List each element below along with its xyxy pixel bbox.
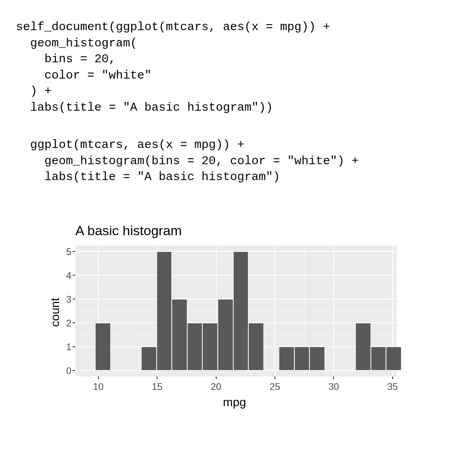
histogram-bar <box>233 251 249 370</box>
x-tick-label: 10 <box>93 381 104 392</box>
histogram-bar <box>371 347 386 370</box>
x-axis-ticks: 101520253035 <box>75 381 397 393</box>
histogram-bar <box>172 299 187 370</box>
histogram-bar <box>95 323 111 370</box>
histogram-bar <box>141 347 157 370</box>
histogram-bar <box>279 347 294 370</box>
x-tick-label: 25 <box>270 381 280 392</box>
code-block-2: ggplot(mtcars, aes(x = mpg)) + geom_hist… <box>16 137 359 185</box>
y-axis-tick-marks <box>73 246 75 376</box>
x-axis-tick-marks <box>75 376 397 379</box>
chart: A basic histogram 012345 101520253035 co… <box>28 223 409 424</box>
histogram-bar <box>355 323 371 370</box>
chart-box: 012345 101520253035 count mpg <box>28 242 409 424</box>
y-tick-label: 5 <box>56 246 71 257</box>
y-tick-label: 0 <box>56 365 71 376</box>
y-tick-label: 4 <box>56 270 71 281</box>
histogram-bar <box>309 347 325 370</box>
histogram-bar <box>386 347 401 370</box>
x-tick-label: 35 <box>387 381 398 392</box>
x-tick-label: 20 <box>211 381 221 392</box>
histogram-bar <box>157 251 172 370</box>
histogram-bar <box>187 323 203 370</box>
y-tick-label: 1 <box>56 342 71 353</box>
y-axis-label: count <box>48 298 62 327</box>
code-block-1: self_document(ggplot(mtcars, aes(x = mpg… <box>16 19 330 115</box>
plot-panel <box>75 246 397 376</box>
histogram-bar <box>248 323 264 370</box>
histogram-bar <box>294 347 310 370</box>
histogram-bar <box>218 299 233 370</box>
x-tick-label: 15 <box>152 381 163 392</box>
histogram-bar <box>202 323 218 370</box>
x-tick-label: 30 <box>328 381 339 392</box>
chart-title: A basic histogram <box>28 223 409 238</box>
x-axis-label: mpg <box>223 395 246 409</box>
